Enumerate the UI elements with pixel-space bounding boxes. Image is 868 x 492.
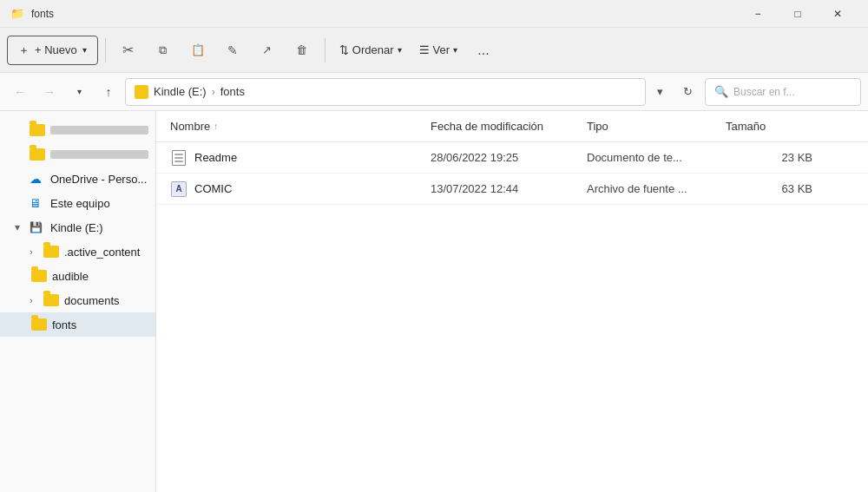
minimize-button[interactable]: − (738, 0, 778, 28)
column-type-label: Tipo (587, 120, 608, 133)
sidebar: ☁ OneDrive - Perso... 🖥 Este equipo ▾ 💾 … (0, 111, 156, 492)
search-placeholder: Buscar en f... (733, 86, 795, 98)
file-name-comic: COMIC (194, 182, 431, 195)
file-size-readme: 23 KB (726, 151, 812, 164)
window-controls: − □ ✕ (738, 0, 858, 28)
maximize-button[interactable]: □ (778, 0, 818, 28)
search-icon: 🔍 (714, 85, 728, 98)
column-name-label: Nombre (170, 120, 210, 133)
sort-label: Ordenar (352, 43, 394, 56)
expand-icon (10, 196, 24, 210)
copy-button[interactable]: ⧉ (148, 36, 179, 65)
dropdown-recent-button[interactable]: ▾ (66, 79, 92, 105)
window-folder-icon: 📁 (10, 7, 24, 21)
toolbar-separator (105, 38, 106, 62)
sidebar-label-kindle: Kindle (E:) (50, 221, 148, 234)
path-folder-icon (135, 85, 148, 99)
back-button[interactable]: ← (7, 79, 33, 105)
forward-button[interactable]: → (36, 79, 62, 105)
file-icon-readme (170, 149, 187, 167)
toolbar: ＋ + Nuevo ▾ ✂ ⧉ 📋 ✎ ↗ 🗑 ⇅ Ordenar ▾ ☰ Ve… (0, 28, 868, 73)
breadcrumb-kindle: Kindle (E:) (154, 85, 207, 98)
file-type-comic: Archivo de fuente ... (587, 182, 726, 195)
view-icon: ☰ (419, 43, 430, 56)
plus-icon: ＋ (18, 43, 30, 58)
sidebar-label-este-equipo: Este equipo (50, 197, 148, 210)
drive-icon: 💾 (30, 221, 45, 233)
sidebar-label-audible: audible (52, 270, 148, 283)
file-row-readme[interactable]: Readme 28/06/2022 19:25 Documento de te.… (156, 142, 868, 174)
view-dropdown-icon: ▾ (453, 45, 457, 55)
main-area: ☁ OneDrive - Perso... 🖥 Este equipo ▾ 💾 … (0, 111, 868, 492)
sidebar-item-audible[interactable]: audible (0, 264, 155, 288)
folder-icon (30, 124, 45, 136)
view-button[interactable]: ☰ Ver ▾ (412, 36, 465, 65)
folder-icon (43, 246, 59, 258)
close-button[interactable]: ✕ (818, 0, 858, 28)
column-date-label: Fecha de modificación (431, 120, 543, 133)
refresh-button[interactable]: ↻ (674, 78, 701, 106)
sidebar-blurred-label (50, 126, 148, 134)
window-title: fonts (31, 8, 738, 20)
title-bar: 📁 fonts − □ ✕ (0, 0, 868, 28)
expand-icon-active: › (24, 245, 38, 259)
sidebar-label-onedrive: OneDrive - Perso... (50, 173, 148, 186)
delete-button[interactable]: 🗑 (286, 36, 318, 65)
file-row-comic[interactable]: A COMIC 13/07/2022 12:44 Archivo de fuen… (156, 174, 868, 205)
expand-icon (10, 148, 24, 161)
expand-icon-documents: › (24, 293, 38, 307)
folder-icon (31, 270, 47, 282)
paste-button[interactable]: 📋 (182, 36, 214, 65)
address-bar[interactable]: Kindle (E:) › fonts (125, 78, 646, 106)
file-type-readme: Documento de te... (587, 151, 726, 164)
column-type[interactable]: Tipo (587, 120, 726, 133)
cut-button[interactable]: ✂ (113, 36, 144, 65)
view-label: Ver (433, 43, 450, 56)
sidebar-item-blurred2[interactable] (0, 142, 155, 167)
sidebar-label-documents: documents (64, 294, 148, 307)
folder-icon (30, 148, 45, 161)
sidebar-item-active-content[interactable]: › .active_content (0, 239, 155, 264)
document-icon (172, 150, 186, 166)
column-date[interactable]: Fecha de modificación (431, 120, 587, 133)
toolbar-separator-2 (325, 38, 326, 62)
sidebar-item-kindle[interactable]: ▾ 💾 Kindle (E:) (0, 215, 155, 239)
breadcrumb-separator: › (212, 86, 215, 98)
sidebar-item-fonts[interactable]: fonts (0, 312, 155, 337)
share-button[interactable]: ↗ (252, 36, 283, 65)
expand-icon (10, 172, 24, 186)
sort-button[interactable]: ⇅ Ordenar ▾ (332, 36, 409, 65)
file-icon-comic: A (170, 180, 187, 198)
file-date-readme: 28/06/2022 19:25 (431, 151, 587, 164)
column-size-label: Tamaño (726, 120, 766, 133)
new-label: + Nuevo (35, 43, 77, 56)
new-dropdown-icon: ▾ (82, 45, 87, 55)
file-size-comic: 63 KB (726, 182, 812, 195)
expand-icon-kindle: ▾ (10, 220, 24, 234)
folder-icon (31, 318, 47, 331)
file-list-header: Nombre ↑ Fecha de modificación Tipo Tama… (156, 111, 868, 142)
sidebar-label-active-content: .active_content (64, 246, 148, 259)
rename-button[interactable]: ✎ (217, 36, 248, 65)
address-dropdown-button[interactable]: ▾ (649, 78, 670, 106)
sidebar-label-fonts: fonts (52, 318, 148, 331)
more-button[interactable]: ... (468, 36, 499, 65)
up-button[interactable]: ↑ (95, 79, 122, 105)
sidebar-item-este-equipo[interactable]: 🖥 Este equipo (0, 191, 155, 215)
column-name[interactable]: Nombre ↑ (170, 120, 431, 133)
file-list: Nombre ↑ Fecha de modificación Tipo Tama… (156, 111, 868, 492)
file-name-readme: Readme (194, 151, 431, 164)
sort-asc-icon: ↑ (214, 121, 218, 131)
search-box[interactable]: 🔍 Buscar en f... (705, 78, 861, 106)
sort-dropdown-icon: ▾ (398, 45, 402, 55)
new-button[interactable]: ＋ + Nuevo ▾ (7, 36, 98, 65)
font-file-icon: A (171, 181, 187, 197)
cloud-icon: ☁ (30, 173, 45, 185)
sidebar-item-documents[interactable]: › documents (0, 288, 155, 312)
column-size[interactable]: Tamaño (726, 120, 812, 133)
folder-icon (43, 294, 59, 306)
sidebar-item-onedrive[interactable]: ☁ OneDrive - Perso... (0, 167, 155, 191)
sidebar-item-blurred1[interactable] (0, 118, 155, 142)
pc-icon: 🖥 (30, 197, 45, 209)
sort-icon: ⇅ (339, 43, 349, 56)
